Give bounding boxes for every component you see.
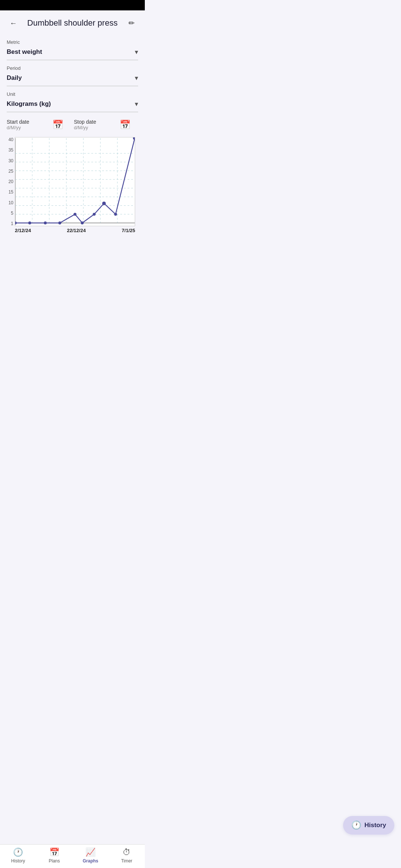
status-bar — [0, 0, 145, 10]
y-label-30: 30 — [3, 158, 13, 163]
metric-dropdown[interactable]: Best weight ▾ — [7, 46, 138, 60]
unit-value: Kilograms (kg) — [7, 100, 51, 108]
metric-value: Best weight — [7, 48, 42, 56]
svg-point-25 — [133, 137, 135, 140]
unit-arrow-icon: ▾ — [135, 100, 138, 108]
y-label-10: 10 — [3, 200, 13, 205]
stop-date-label: Stop date — [74, 119, 117, 125]
period-label: Period — [7, 65, 138, 71]
start-date-label: Start date — [7, 119, 49, 125]
svg-point-24 — [114, 213, 117, 216]
period-section: Period Daily ▾ — [0, 65, 145, 86]
period-dropdown[interactable]: Daily ▾ — [7, 72, 138, 86]
start-date-value: d/M/yy — [7, 125, 49, 130]
stop-date-value: d/M/yy — [74, 125, 117, 130]
x-label-start: 2/12/24 — [15, 228, 31, 233]
page-title: Dumbbell shoulder press — [23, 18, 122, 28]
metric-label: Metric — [7, 39, 138, 45]
period-value: Daily — [7, 74, 22, 82]
y-label-5: 5 — [3, 211, 13, 216]
y-label-20: 20 — [3, 179, 13, 184]
y-label-35: 35 — [3, 147, 13, 153]
start-date-picker-icon[interactable]: 📅 — [52, 120, 63, 130]
svg-point-22 — [93, 213, 96, 216]
stop-date-group: Stop date d/M/yy — [74, 119, 117, 130]
svg-point-18 — [44, 221, 47, 224]
header: ← Dumbbell shoulder press ✏ — [0, 10, 145, 34]
unit-label: Unit — [7, 91, 138, 97]
svg-point-21 — [81, 221, 84, 224]
metric-arrow-icon: ▾ — [135, 48, 138, 56]
back-button[interactable]: ← — [7, 16, 20, 30]
metric-section: Metric Best weight ▾ — [0, 39, 145, 60]
x-label-mid: 22/12/24 — [67, 228, 86, 233]
start-date-group: Start date d/M/yy — [7, 119, 49, 130]
unit-section: Unit Kilograms (kg) ▾ — [0, 91, 145, 112]
x-label-end: 7/1/25 — [122, 228, 135, 233]
x-axis-labels: 2/12/24 22/12/24 7/1/25 — [3, 226, 135, 233]
y-label-1: 1 — [3, 221, 13, 226]
unit-dropdown[interactable]: Kilograms (kg) ▾ — [7, 98, 138, 112]
svg-point-23 — [102, 202, 106, 205]
chart-area: 1 5 10 15 20 25 30 35 40 .grid-line { st… — [3, 133, 142, 233]
y-axis-labels: 1 5 10 15 20 25 30 35 40 — [3, 137, 15, 226]
svg-point-20 — [74, 213, 76, 216]
stop-date-picker-icon[interactable]: 📅 — [120, 120, 131, 130]
date-section: Start date d/M/yy 📅 Stop date d/M/yy 📅 — [0, 112, 145, 133]
edit-button[interactable]: ✏ — [125, 16, 138, 30]
line-chart: .grid-line { stroke: #a0c8d0; stroke-wid… — [15, 137, 135, 226]
svg-point-17 — [28, 221, 31, 224]
period-arrow-icon: ▾ — [135, 74, 138, 82]
y-label-15: 15 — [3, 189, 13, 195]
svg-point-16 — [15, 221, 17, 224]
y-label-25: 25 — [3, 169, 13, 174]
svg-point-19 — [58, 221, 61, 224]
y-label-40: 40 — [3, 137, 13, 142]
